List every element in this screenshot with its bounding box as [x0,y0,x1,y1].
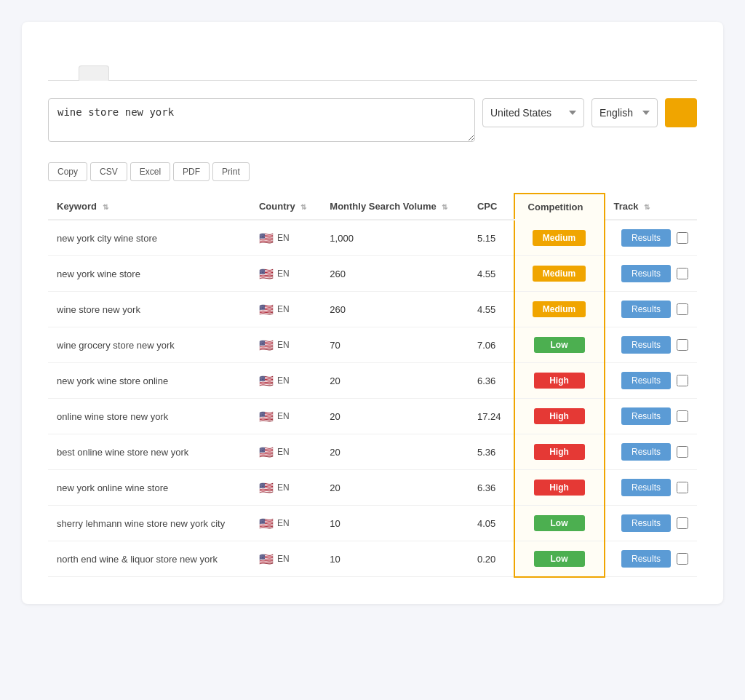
pdf-button[interactable]: PDF [173,162,210,181]
tab-bar [48,65,697,81]
cell-volume: 20 [321,363,469,399]
lang-code: EN [277,518,290,528]
results-table: Keyword ⇅ Country ⇅ Monthly Search Volum… [48,193,697,578]
lang-code: EN [277,482,290,493]
flag-icon: 🇺🇸 [259,231,274,245]
track-checkbox[interactable] [677,553,688,565]
cell-keyword: north end wine & liquor store new york [48,541,250,577]
cell-competition: High [514,434,605,470]
cell-volume: 20 [321,434,469,470]
cell-cpc: 4.55 [469,292,514,327]
cell-track: Results [605,399,697,434]
lang-code: EN [277,375,290,386]
results-button[interactable]: Results [621,301,671,318]
cell-keyword: best online wine store new york [48,434,250,470]
cell-competition: High [514,363,605,399]
cell-cpc: 5.36 [469,434,514,470]
competition-badge: High [534,408,585,424]
cell-competition: Medium [514,292,605,327]
table-row: north end wine & liquor store new york 🇺… [48,541,697,577]
cell-competition: Low [514,541,605,577]
results-button[interactable]: Results [621,229,671,247]
table-row: wine grocery store new york 🇺🇸 EN 70 7.0… [48,327,697,363]
lang-code: EN [277,269,290,279]
sort-icon-track[interactable]: ⇅ [644,203,650,211]
cell-volume: 20 [321,399,469,434]
track-checkbox[interactable] [677,375,688,386]
table-row: new york city wine store 🇺🇸 EN 1,000 5.1… [48,220,697,256]
results-button[interactable]: Results [621,407,671,425]
track-checkbox[interactable] [677,446,688,458]
keyword-input[interactable] [48,98,475,142]
cell-competition: Low [514,506,605,541]
cell-cpc: 6.36 [469,470,514,506]
excel-button[interactable]: Excel [130,162,170,181]
cell-country: 🇺🇸 EN [250,363,321,399]
cell-cpc: 0.20 [469,541,514,577]
competition-badge: Medium [533,230,586,246]
print-button[interactable]: Print [212,162,250,181]
cell-volume: 70 [321,327,469,363]
results-button[interactable]: Results [621,372,671,389]
cell-track: Results [605,363,697,399]
cell-track: Results [605,541,697,577]
research-button[interactable] [665,98,697,127]
track-checkbox[interactable] [677,303,688,315]
lang-code: EN [277,554,290,564]
flag-icon: 🇺🇸 [259,267,274,281]
country-select[interactable]: United States United Kingdom Canada Aust… [482,98,584,127]
lang-code: EN [277,233,290,243]
cell-cpc: 4.05 [469,506,514,541]
competition-badge: Medium [533,266,586,282]
track-checkbox[interactable] [677,517,688,529]
competition-badge: Low [534,551,585,567]
csv-button[interactable]: CSV [90,162,127,181]
results-button[interactable]: Results [621,514,671,532]
competition-badge: Low [534,515,585,531]
cell-track: Results [605,220,697,256]
results-button[interactable]: Results [621,336,671,354]
col-header-keyword: Keyword ⇅ [48,194,250,220]
table-row: best online wine store new york 🇺🇸 EN 20… [48,434,697,470]
table-header-row: Keyword ⇅ Country ⇅ Monthly Search Volum… [48,194,697,220]
cell-cpc: 7.06 [469,327,514,363]
cell-competition: High [514,399,605,434]
cell-competition: Medium [514,220,605,256]
cell-country: 🇺🇸 EN [250,292,321,327]
search-row: United States United Kingdom Canada Aust… [48,98,697,142]
track-checkbox[interactable] [677,339,688,351]
cell-volume: 1,000 [321,220,469,256]
track-checkbox[interactable] [677,268,688,279]
results-button[interactable]: Results [621,443,671,461]
cell-country: 🇺🇸 EN [250,399,321,434]
tab-search-by-domain[interactable] [79,65,109,81]
cell-keyword: new york online wine store [48,470,250,506]
cell-country: 🇺🇸 EN [250,506,321,541]
sort-icon-country[interactable]: ⇅ [300,203,306,211]
col-header-country: Country ⇅ [250,194,321,220]
copy-button[interactable]: Copy [48,162,87,181]
cell-keyword: new york wine store online [48,363,250,399]
lang-code: EN [277,340,290,350]
cell-track: Results [605,327,697,363]
cell-competition: Low [514,327,605,363]
cell-track: Results [605,292,697,327]
language-select[interactable]: English French Spanish German [591,98,658,127]
cell-keyword: wine grocery store new york [48,327,250,363]
sort-icon-keyword[interactable]: ⇅ [103,203,108,211]
col-header-volume: Monthly Search Volume ⇅ [321,194,469,220]
cell-track: Results [605,256,697,292]
track-checkbox[interactable] [677,410,688,422]
flag-icon: 🇺🇸 [259,517,274,530]
table-row: new york wine store 🇺🇸 EN 260 4.55 Mediu… [48,256,697,292]
results-button[interactable]: Results [621,479,671,496]
track-checkbox[interactable] [677,232,688,244]
cell-keyword: online wine store new york [48,399,250,434]
action-buttons-row: Copy CSV Excel PDF Print [48,162,697,181]
sort-icon-volume[interactable]: ⇅ [442,203,447,211]
results-button[interactable]: Results [621,265,671,282]
results-button[interactable]: Results [621,550,671,568]
track-checkbox[interactable] [677,482,688,493]
tab-search-by-keywords[interactable] [48,65,79,81]
cell-cpc: 4.55 [469,256,514,292]
